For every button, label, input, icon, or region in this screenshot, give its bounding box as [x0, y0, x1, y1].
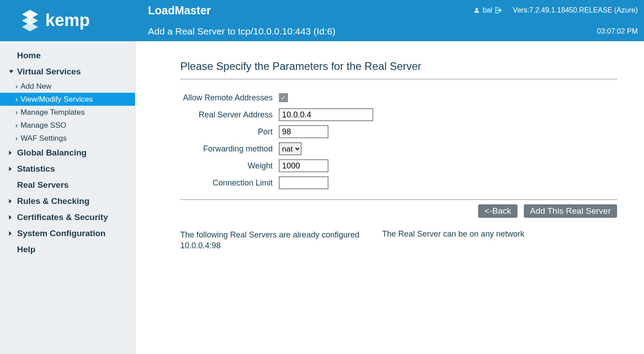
nav-real-servers[interactable]: Real Servers — [0, 177, 135, 193]
nav-home[interactable]: Home — [0, 47, 135, 64]
nav-vs-waf-settings[interactable]: WAF Settings — [0, 132, 135, 145]
row-allow-remote: Allow Remote Addresses ✓ — [180, 89, 617, 106]
kemp-logo: kemp — [0, 0, 135, 41]
any-network-note: The Real Server can be on any network — [382, 229, 617, 251]
nav-real-servers-label: Real Servers — [17, 180, 69, 190]
connlimit-label: Connection Limit — [180, 178, 279, 188]
port-label: Port — [180, 127, 279, 137]
rsaddr-input[interactable] — [279, 108, 373, 121]
port-input[interactable] — [279, 125, 328, 138]
user-name: bal — [483, 6, 492, 14]
nav-help[interactable]: Help — [0, 242, 135, 258]
divider — [180, 79, 617, 79]
nav-certificates-security[interactable]: Certificates & Security — [0, 209, 135, 225]
nav-system-configuration-label: System Configuration — [17, 229, 105, 238]
nav-rules-checking-label: Rules & Checking — [17, 196, 90, 206]
clock: 03:07:02 PM — [597, 27, 638, 35]
back-button[interactable]: <-Back — [478, 204, 518, 218]
app-header: kemp LoadMaster bal Vers:7.2.49.1.18450.… — [0, 0, 644, 41]
caret-right-icon — [9, 199, 12, 203]
already-configured: The following Real Servers are already c… — [180, 229, 364, 251]
header-bottom-row: Add a Real Server to tcp/10.0.0.10:443 (… — [135, 21, 644, 41]
caret-right-icon — [9, 151, 12, 155]
allow-remote-checkbox[interactable]: ✓ — [279, 93, 288, 102]
allow-remote-label: Allow Remote Addresses — [180, 93, 279, 103]
footer-info: The following Real Servers are already c… — [180, 229, 617, 251]
already-line: The following Real Servers are already c… — [180, 230, 359, 239]
logout-icon[interactable] — [495, 7, 503, 14]
row-weight: Weight — [180, 157, 617, 174]
forwarding-select[interactable]: nat — [279, 142, 301, 155]
nav-global-balancing[interactable]: Global Balancing — [0, 145, 135, 161]
nav-virtual-services-label: Virtual Services — [17, 67, 81, 77]
nav-help-label: Help — [17, 245, 35, 255]
caret-down-icon — [9, 70, 13, 73]
row-forwarding: Forwarding method nat — [180, 140, 617, 157]
nav-certificates-security-label: Certificates & Security — [17, 212, 108, 222]
kemp-logo-icon: kemp — [18, 7, 117, 34]
version-text: Vers:7.2.49.1.18450.RELEASE (Azure) — [513, 6, 638, 14]
page-subtitle: Add a Real Server to tcp/10.0.0.10:443 (… — [148, 26, 335, 37]
add-real-server-button[interactable]: Add This Real Server — [524, 204, 617, 218]
forwarding-label: Forwarding method — [180, 144, 279, 154]
header-top-row: LoadMaster bal Vers:7.2.49.1.18450.RELEA… — [135, 0, 644, 21]
svg-text:kemp: kemp — [45, 11, 90, 30]
caret-right-icon — [9, 215, 12, 220]
caret-right-icon — [9, 167, 12, 171]
svg-marker-2 — [22, 22, 38, 31]
header-right: LoadMaster bal Vers:7.2.49.1.18450.RELEA… — [135, 0, 644, 41]
nav-statistics-label: Statistics — [17, 164, 55, 174]
nav-global-balancing-label: Global Balancing — [17, 148, 87, 158]
caret-right-icon — [9, 231, 12, 236]
already-value: 10.0.0.4:98 — [180, 241, 221, 250]
nav-rules-checking[interactable]: Rules & Checking — [0, 193, 135, 209]
sidebar: Home Virtual Services Add New View/Modif… — [0, 41, 135, 354]
weight-label: Weight — [180, 161, 279, 171]
row-connlimit: Connection Limit — [180, 174, 617, 191]
weight-input[interactable] — [279, 160, 328, 172]
rsaddr-label: Real Server Address — [180, 110, 279, 120]
row-rsaddr: Real Server Address — [180, 106, 617, 123]
nav-virtual-services[interactable]: Virtual Services — [0, 64, 135, 80]
user-icon — [474, 7, 480, 13]
user-area[interactable]: bal — [474, 6, 503, 14]
section-title: Please Specify the Parameters for the Re… — [180, 60, 617, 73]
nav-vs-add-new[interactable]: Add New — [0, 80, 135, 93]
nav-vs-manage-templates[interactable]: Manage Templates — [0, 106, 135, 119]
nav-vs-view-modify[interactable]: View/Modify Services — [0, 93, 135, 106]
row-port: Port — [180, 123, 617, 140]
main-content: Please Specify the Parameters for the Re… — [135, 41, 644, 354]
divider — [180, 199, 617, 200]
connlimit-input[interactable] — [279, 177, 328, 189]
nav-statistics[interactable]: Statistics — [0, 161, 135, 177]
product-name: LoadMaster — [148, 4, 211, 17]
button-row: <-Back Add This Real Server — [180, 204, 617, 218]
nav-vs-manage-sso[interactable]: Manage SSO — [0, 119, 135, 132]
nav-home-label: Home — [17, 51, 41, 60]
nav-system-configuration[interactable]: System Configuration — [0, 225, 135, 242]
